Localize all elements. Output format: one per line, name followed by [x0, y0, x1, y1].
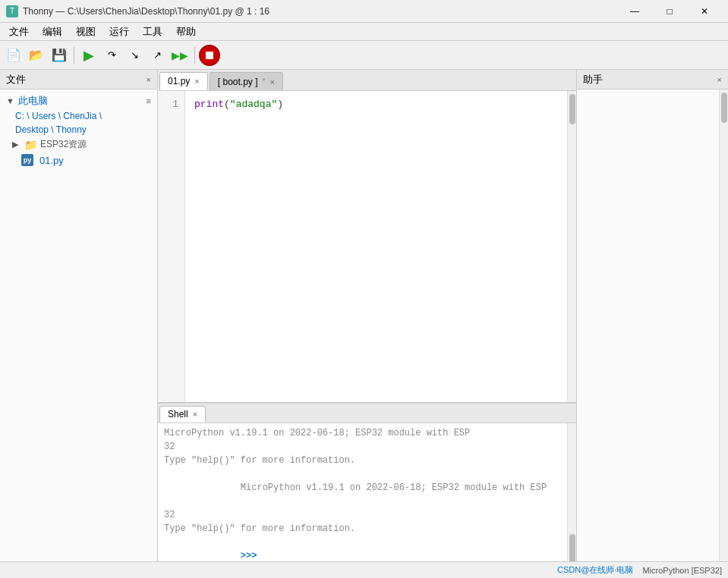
editor-area: 01.py × [ boot.py ] * × 1 print("adadqa"… [158, 70, 576, 561]
debug-into-button[interactable]: ↘ [124, 45, 145, 66]
assistant-panel-close[interactable]: × [717, 75, 722, 84]
save-file-button[interactable]: 💾 [49, 45, 70, 66]
code-content[interactable]: print("adadqa") [185, 91, 567, 402]
shell-tabs-bar: Shell × [158, 404, 576, 423]
tab-01py-label: 01.py [168, 76, 190, 86]
new-file-button[interactable]: 📄 [3, 45, 24, 66]
python-file-icon: py [21, 154, 33, 166]
shell-line-6: Type "help()" for more information. [164, 522, 561, 536]
path-text: C: \ Users \ ChenJia \ [15, 111, 102, 121]
menu-file[interactable]: 文件 [3, 24, 35, 40]
assistant-content [577, 90, 728, 561]
file-panel-header: 文件 × [0, 70, 157, 90]
shell-prompt-symbol: >>> [241, 551, 257, 561]
expand-icon: ▼ [6, 96, 15, 105]
shell-info-1: MicroPython v1.19.1 on 2022-06-18; ESP32… [241, 482, 547, 493]
assistant-panel: 助手 × [576, 70, 728, 561]
toolbar-sep2 [194, 47, 195, 64]
shell-line-2: 32 [164, 440, 561, 454]
shell-content[interactable]: MicroPython v1.19.1 on 2022-06-18; ESP32… [158, 423, 567, 561]
maximize-button[interactable]: □ [652, 0, 687, 23]
tab-bootpy-modified: * [263, 77, 266, 86]
editor-vscroll[interactable] [567, 91, 576, 402]
tab-01py-close[interactable]: × [194, 77, 199, 86]
shell-line-4: MicroPython v1.19.1 on 2022-06-18; ESP32… [164, 467, 561, 508]
file-panel: 文件 × ▼ 此电脑 ≡ C: \ Users \ ChenJia \ Desk… [0, 70, 158, 561]
main-area: 文件 × ▼ 此电脑 ≡ C: \ Users \ ChenJia \ Desk… [0, 70, 728, 561]
backend-text: MicroPython [ESP32] [642, 566, 722, 575]
window-title: Thonny — C:\Users\ChenJia\Desktop\Thonny… [23, 6, 269, 17]
file-panel-close[interactable]: × [147, 75, 151, 84]
shell-prompt-line: >>> [164, 536, 561, 561]
stop-button[interactable] [199, 45, 220, 66]
toolbar-sep1 [74, 47, 74, 64]
editor-vscroll-thumb[interactable] [569, 94, 575, 124]
file-tree: ▼ 此电脑 ≡ C: \ Users \ ChenJia \ Desktop \… [0, 90, 157, 561]
esp32-expand-icon: ▶ [12, 140, 21, 149]
run-button[interactable]: ▶ [78, 45, 99, 66]
file-01py[interactable]: py 01.py [0, 152, 157, 168]
shell-vscroll-thumb[interactable] [569, 534, 575, 561]
file-panel-title: 文件 [6, 73, 26, 86]
toolbar: 📄 📂 💾 ▶ ↷ ↘ ↗ ▶▶ [0, 41, 728, 70]
debug-out-button[interactable]: ↗ [147, 45, 168, 66]
resume-button[interactable]: ▶▶ [169, 45, 191, 66]
shell-tab-close[interactable]: × [193, 410, 197, 419]
tab-bootpy[interactable]: [ boot.py ] * × [210, 72, 283, 90]
title-bar: T Thonny — C:\Users\ChenJia\Desktop\Thon… [0, 0, 728, 23]
line-numbers: 1 [158, 91, 185, 402]
assistant-vscroll[interactable] [719, 90, 728, 561]
tab-bootpy-close[interactable]: × [269, 77, 274, 86]
tab-01py[interactable]: 01.py × [159, 72, 208, 90]
watermark-text: CSDN@在线师·电脑 [557, 564, 633, 576]
menu-help[interactable]: 帮助 [170, 24, 202, 40]
shell-area: Shell × MicroPython v1.19.1 on 2022-06-1… [158, 402, 576, 561]
tab-bootpy-label: [ boot.py ] [218, 77, 258, 87]
editor-content: 1 print("adadqa") Shell × MicroPython v1… [158, 91, 576, 561]
shell-tab-label: Shell [168, 409, 188, 419]
menu-run[interactable]: 运行 [103, 24, 135, 40]
path-line1: C: \ Users \ ChenJia \ [0, 109, 157, 123]
code-editor[interactable]: 1 print("adadqa") [158, 91, 576, 402]
assistant-panel-title: 助手 [583, 73, 603, 86]
shell-line-3: Type "help()" for more information. [164, 454, 561, 467]
app-icon: T [6, 5, 18, 17]
debug-over-button[interactable]: ↷ [101, 45, 122, 66]
minimize-button[interactable]: — [617, 0, 652, 23]
shell-tab[interactable]: Shell × [159, 406, 206, 423]
menu-edit[interactable]: 编辑 [36, 24, 68, 40]
shell-line-1: MicroPython v1.19.1 on 2022-06-18; ESP32… [164, 426, 561, 440]
tree-root[interactable]: ▼ 此电脑 ≡ [0, 93, 157, 109]
menu-tools[interactable]: 工具 [137, 24, 169, 40]
assistant-panel-header: 助手 × [577, 70, 728, 90]
close-button[interactable]: ✕ [687, 0, 722, 23]
window-controls[interactable]: — □ ✕ [617, 0, 722, 23]
file-label: 01.py [39, 155, 64, 166]
folder-icon: 📁 [24, 139, 37, 151]
shell-vscroll[interactable] [567, 423, 576, 561]
tabs-bar: 01.py × [ boot.py ] * × [158, 70, 576, 91]
esp32-folder[interactable]: ▶ 📁 ESP32资源 [0, 137, 157, 152]
pin-icon: ≡ [147, 96, 151, 105]
menu-view[interactable]: 视图 [70, 24, 102, 40]
menu-bar: 文件 编辑 视图 运行 工具 帮助 [0, 23, 728, 41]
assistant-vscroll-thumb[interactable] [721, 93, 727, 123]
root-label: 此电脑 [18, 94, 48, 108]
open-file-button[interactable]: 📂 [26, 45, 47, 66]
path-line2: Desktop \ Thonny [0, 123, 157, 137]
path-text2: Desktop \ Thonny [15, 124, 87, 135]
shell-line-5: 32 [164, 508, 561, 522]
esp32-label: ESP32资源 [40, 138, 87, 151]
status-bar: CSDN@在线师·电脑 MicroPython [ESP32] [0, 561, 728, 578]
